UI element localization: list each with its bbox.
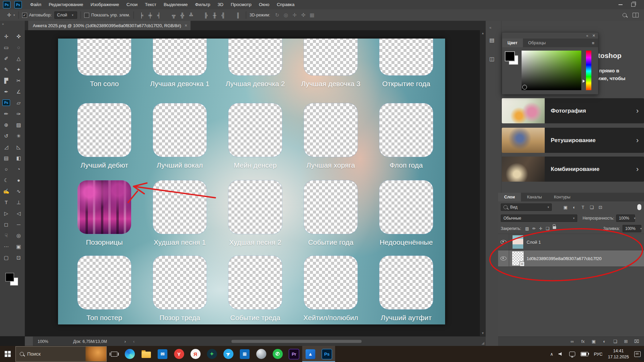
polygonal-lasso-tool-icon[interactable]: △ bbox=[12, 53, 25, 64]
taskbar-app-green-sphere-app[interactable]: ✦ bbox=[204, 346, 220, 362]
distribute-center-icon[interactable]: ╫ bbox=[210, 12, 219, 18]
menu-Окно[interactable]: Окно bbox=[255, 0, 273, 9]
panel-collapse-icon[interactable]: « bbox=[586, 34, 588, 38]
autoselect-target-select[interactable]: Слой ▾ bbox=[54, 11, 77, 19]
taskbar-app-settings-sphere[interactable] bbox=[253, 346, 269, 362]
align-bottom-icon[interactable]: ╩ bbox=[187, 12, 196, 18]
filter-smart-objects-icon[interactable]: ⊡ bbox=[596, 205, 605, 210]
distribute-spacing-icon[interactable]: ║ bbox=[234, 12, 243, 18]
clock[interactable]: 14:41 17.12.2025 bbox=[608, 348, 629, 360]
taskbar-app-photos-app[interactable]: ▲ bbox=[302, 346, 319, 362]
artboard-tool-icon[interactable]: ✜ bbox=[12, 31, 25, 42]
magic-wand-tool-icon[interactable]: ✦ bbox=[12, 64, 25, 75]
hand-tool-icon[interactable]: ☟ bbox=[0, 230, 12, 241]
zoom-tool-icon[interactable]: ◎ bbox=[12, 230, 25, 241]
align-top-icon[interactable]: ╦ bbox=[169, 12, 178, 18]
collapsed-panel-properties-icon[interactable]: ▤ bbox=[489, 37, 494, 43]
3d-scale-icon[interactable]: ▦ bbox=[308, 12, 316, 18]
distribute-h-icon[interactable]: ╠ bbox=[202, 12, 210, 18]
lock-artboard-icon[interactable]: ❏ bbox=[546, 226, 549, 231]
new-adjustment-layer-icon[interactable]: ◐ bbox=[600, 339, 609, 344]
workspace-layout-icon[interactable] bbox=[633, 13, 639, 17]
3d-roll-icon[interactable]: ◎ bbox=[281, 12, 290, 18]
chevron-right-icon[interactable]: › bbox=[636, 136, 639, 145]
layer-row[interactable]: ⊡1d0b23890395e8a0f8307a677cb17f20 bbox=[498, 250, 644, 267]
3d-rotate-icon[interactable]: ↻ bbox=[273, 12, 281, 18]
learn-card-1[interactable]: Фотография› bbox=[502, 98, 644, 123]
search-highlight-image[interactable] bbox=[86, 347, 106, 361]
edit-toolbar-button-icon[interactable]: ⋯ bbox=[0, 241, 12, 252]
fill-field[interactable]: 100% ▾ bbox=[623, 225, 641, 232]
taskbar-app-file-explorer[interactable] bbox=[138, 346, 154, 362]
filter-type-layers-icon[interactable]: T bbox=[579, 205, 587, 210]
language-indicator[interactable]: РУС bbox=[594, 352, 602, 357]
hue-slider[interactable] bbox=[586, 51, 591, 90]
sharpen-tool-icon[interactable]: ◔ bbox=[12, 164, 25, 175]
art-history-brush-tool-icon[interactable]: ✳ bbox=[12, 130, 25, 141]
line-tool-icon[interactable]: ─ bbox=[12, 219, 25, 230]
blend-mode-select[interactable]: Обычные ▾ bbox=[501, 215, 577, 222]
battery-icon[interactable] bbox=[581, 352, 588, 356]
clone-stamp-tool-icon[interactable]: ⊕ bbox=[0, 119, 12, 130]
layer-row[interactable]: Слой 1 bbox=[498, 234, 644, 250]
tray-device-icon[interactable] bbox=[569, 352, 575, 356]
foreground-color-well[interactable] bbox=[505, 51, 515, 61]
patch-tool-icon[interactable]: ▱ bbox=[12, 97, 25, 108]
restore-button[interactable] bbox=[631, 3, 635, 7]
panel-menu-icon[interactable]: ≡ bbox=[592, 41, 595, 46]
taskbar-app-microsoft-store[interactable]: ⊞ bbox=[236, 346, 253, 362]
layer-effects-icon[interactable]: fx bbox=[578, 339, 588, 344]
taskbar-app-yandex-browser[interactable]: Я bbox=[187, 346, 204, 362]
direct-selection-tool-icon[interactable]: ◁ bbox=[12, 208, 25, 219]
canvas-vertical-scrollbar[interactable]: ▲ ▼ bbox=[480, 30, 486, 336]
minimize-button[interactable] bbox=[619, 4, 623, 5]
ps-dock-badge[interactable]: Ps bbox=[0, 97, 12, 108]
ruler-tool-icon[interactable]: ∠ bbox=[12, 86, 25, 97]
dock-collapse-icon[interactable]: « bbox=[489, 25, 491, 29]
tab-Контуры[interactable]: Контуры bbox=[548, 193, 577, 201]
learn-card-2[interactable]: Ретуширование› bbox=[502, 128, 644, 153]
slice-tool-icon[interactable]: ✂ bbox=[12, 75, 25, 86]
menu-Редактирование[interactable]: Редактирование bbox=[45, 0, 87, 9]
foreground-color-swatch[interactable] bbox=[5, 273, 14, 282]
new-group-icon[interactable]: ❏ bbox=[610, 339, 620, 344]
type-tool-icon[interactable]: T bbox=[0, 197, 12, 208]
pen-tool-icon[interactable]: ✍ bbox=[0, 186, 12, 197]
menu-Справка[interactable]: Справка bbox=[273, 0, 298, 9]
quick-selection-tool-icon[interactable]: ✎ bbox=[0, 64, 12, 75]
taskbar-app-adobe-premiere[interactable]: Pr bbox=[286, 346, 302, 362]
eyedropper-tool-icon[interactable]: ✒ bbox=[0, 86, 12, 97]
filter-shape-layers-icon[interactable]: ❏ bbox=[587, 205, 596, 210]
notification-center-icon[interactable] bbox=[634, 351, 641, 357]
tray-chevron-icon[interactable]: ∧ bbox=[550, 352, 553, 357]
chevron-right-icon[interactable]: › bbox=[636, 107, 639, 115]
new-layer-icon[interactable]: ⊞ bbox=[621, 339, 631, 344]
saturation-brightness-field[interactable] bbox=[522, 51, 581, 90]
document-tab[interactable]: Анкета 2025.png @ 100% (1d0b23890395e8a0… bbox=[28, 21, 191, 30]
menu-Изображение[interactable]: Изображение bbox=[87, 0, 123, 9]
chevron-right-icon[interactable]: › bbox=[636, 165, 639, 174]
eye-icon[interactable] bbox=[500, 240, 506, 244]
menu-Просмотр[interactable]: Просмотр bbox=[227, 0, 255, 9]
taskbar-app-microsoft-edge[interactable] bbox=[121, 346, 138, 362]
taskbar-app-yahoo-browser[interactable]: Y bbox=[171, 346, 187, 362]
layer-thumbnail[interactable]: ⊡ bbox=[513, 252, 523, 265]
lock-position-icon[interactable]: ✛ bbox=[539, 226, 542, 231]
layer-thumbnail[interactable] bbox=[513, 235, 523, 249]
freeform-pen-tool-icon[interactable]: ∿ bbox=[12, 186, 25, 197]
add-layer-mask-icon[interactable]: ▣ bbox=[589, 339, 598, 344]
delete-layer-icon[interactable]: ⌧ bbox=[632, 339, 641, 344]
scroll-down-icon[interactable]: ▼ bbox=[481, 331, 484, 335]
taskbar-app-mail[interactable]: ✉ bbox=[154, 346, 171, 362]
rect-marquee-tool-icon[interactable]: ▭ bbox=[0, 42, 12, 53]
tool-preset-caret[interactable]: ▾ bbox=[13, 13, 15, 17]
align-left-icon[interactable]: ╞ bbox=[137, 12, 146, 18]
lock-pixels-icon[interactable]: ✏ bbox=[532, 226, 536, 231]
zoom-level-field[interactable]: 100% bbox=[38, 339, 48, 344]
taskbar-app-whatsapp[interactable]: ✆ bbox=[269, 346, 286, 362]
brush-tool-icon[interactable]: ✏ bbox=[0, 108, 12, 119]
filter-adjustment-layers-icon[interactable]: ◐ bbox=[570, 205, 579, 210]
start-button[interactable] bbox=[0, 346, 15, 362]
distribute-v-icon[interactable]: ╣ bbox=[219, 12, 228, 18]
move-tool-preset-icon[interactable]: ✛ bbox=[5, 12, 13, 18]
